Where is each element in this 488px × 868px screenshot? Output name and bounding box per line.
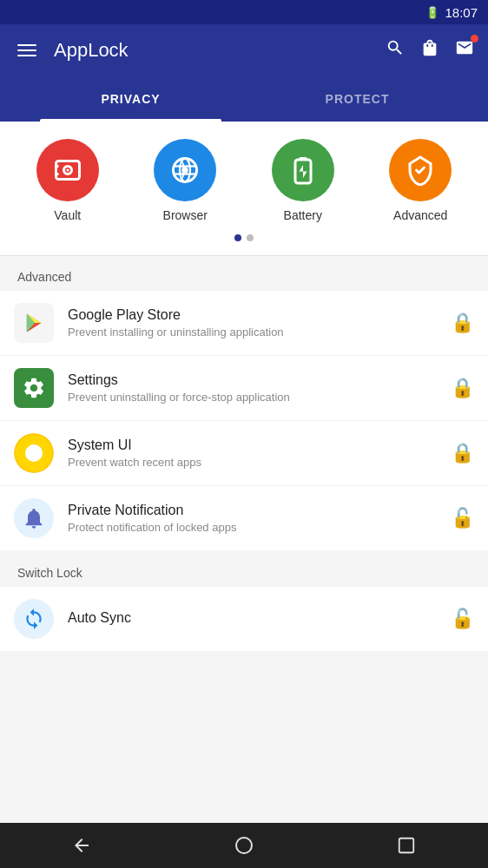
- advanced-icon: [389, 139, 452, 201]
- system-ui-icon: [14, 433, 54, 473]
- private-notif-text: Private Notification Protect notificatio…: [68, 503, 437, 534]
- browser-icon: [154, 139, 216, 201]
- settings-app-icon: [14, 368, 54, 408]
- private-notif-subtitle: Protect notification of locked apps: [68, 521, 437, 534]
- content-area: Advanced Google: [0, 256, 488, 651]
- system-ui-lock: 🔒: [451, 442, 474, 464]
- play-store-lock: 🔒: [451, 312, 474, 334]
- search-button[interactable]: [386, 38, 405, 62]
- dot-1: [234, 234, 241, 241]
- menu-button[interactable]: [14, 41, 40, 60]
- list-item-private-notif[interactable]: Private Notification Protect notificatio…: [0, 486, 488, 550]
- advanced-section-header: Advanced: [0, 256, 488, 291]
- feature-cards-section: Vault Browser: [0, 122, 488, 256]
- cart-button[interactable]: [420, 38, 439, 62]
- private-notif-lock: 🔓: [451, 507, 474, 529]
- card-advanced[interactable]: Advanced: [377, 139, 464, 222]
- vault-icon: [36, 139, 99, 201]
- card-vault[interactable]: Vault: [24, 139, 111, 222]
- system-ui-subtitle: Prevent watch recent apps: [68, 456, 437, 469]
- svg-point-2: [66, 169, 69, 172]
- switch-lock-header: Switch Lock: [0, 552, 488, 587]
- auto-sync-icon: [14, 599, 54, 639]
- advanced-list: Google Play Store Prevent installing or …: [0, 291, 488, 550]
- cards-row: Vault Browser: [9, 139, 479, 222]
- battery-label: Battery: [284, 208, 322, 222]
- svg-marker-12: [299, 165, 307, 178]
- settings-text: Settings Prevent uninstalling or force-s…: [68, 372, 437, 404]
- home-button[interactable]: [218, 828, 270, 863]
- toolbar-icons: [386, 38, 474, 62]
- bottom-nav: [0, 823, 488, 868]
- page-indicators: [9, 234, 479, 241]
- svg-rect-18: [399, 838, 414, 853]
- list-item-auto-sync[interactable]: Auto Sync 🔓: [0, 587, 488, 651]
- svg-point-17: [236, 838, 252, 853]
- status-time: 18:07: [445, 5, 478, 20]
- toolbar: AppLock: [0, 24, 488, 76]
- auto-sync-text: Auto Sync: [68, 610, 437, 628]
- recent-apps-button[interactable]: [380, 828, 432, 863]
- list-item-system-ui[interactable]: System UI Prevent watch recent apps 🔒: [0, 421, 488, 486]
- private-notif-title: Private Notification: [68, 503, 437, 518]
- play-store-text: Google Play Store Prevent installing or …: [68, 307, 437, 339]
- list-item-google-play[interactable]: Google Play Store Prevent installing or …: [0, 291, 488, 356]
- notification-badge: [471, 35, 478, 43]
- vault-label: Vault: [54, 208, 81, 222]
- dot-2: [247, 234, 254, 241]
- battery-icon: 🔋: [425, 6, 439, 19]
- settings-lock: 🔒: [451, 377, 474, 399]
- play-store-title: Google Play Store: [68, 307, 437, 323]
- tab-privacy[interactable]: PRIVACY: [17, 76, 244, 122]
- advanced-label: Advanced: [393, 208, 447, 222]
- battery-card-icon: [272, 139, 334, 201]
- card-battery[interactable]: Battery: [260, 139, 346, 222]
- notif-icon: [14, 498, 54, 538]
- auto-sync-title: Auto Sync: [68, 610, 437, 626]
- notification-button[interactable]: [455, 38, 474, 62]
- system-ui-text: System UI Prevent watch recent apps: [68, 437, 437, 469]
- card-browser[interactable]: Browser: [142, 139, 228, 222]
- settings-subtitle: Prevent uninstalling or force-stop appli…: [68, 391, 437, 404]
- app-title: AppLock: [54, 39, 372, 62]
- settings-title: Settings: [68, 372, 437, 388]
- system-ui-title: System UI: [68, 437, 437, 453]
- tab-protect[interactable]: PROTECT: [244, 76, 471, 122]
- back-button[interactable]: [56, 828, 108, 863]
- play-store-subtitle: Prevent installing or uninstalling appli…: [68, 326, 437, 339]
- status-bar: 🔋 18:07: [0, 0, 488, 24]
- svg-rect-10: [295, 160, 311, 183]
- list-item-settings[interactable]: Settings Prevent uninstalling or force-s…: [0, 356, 488, 421]
- play-store-icon: [14, 303, 54, 343]
- tabs-bar: PRIVACY PROTECT: [0, 76, 488, 122]
- auto-sync-lock: 🔓: [451, 608, 474, 630]
- browser-label: Browser: [163, 208, 208, 222]
- svg-rect-11: [299, 157, 307, 160]
